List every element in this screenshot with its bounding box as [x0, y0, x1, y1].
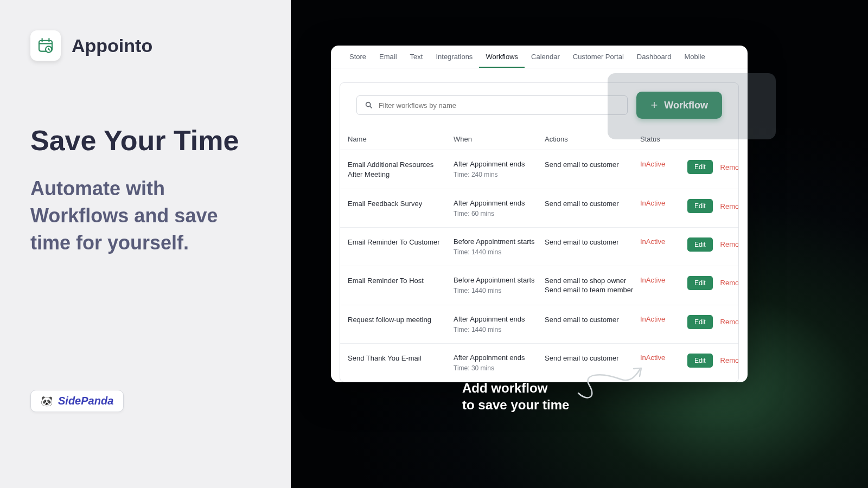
workflow-name: Email Additional Resources After Meeting	[348, 160, 454, 179]
logo-row: Appointo	[30, 30, 260, 61]
app-window: StoreEmailTextIntegrationsWorkflowsCalen…	[331, 46, 748, 382]
callout-text: Add workflow to save your time	[462, 380, 569, 413]
table-header-row: Name When Actions Status	[340, 129, 738, 150]
callout-line1: Add workflow	[462, 380, 569, 396]
workflow-actions: Send email to customer	[545, 160, 640, 170]
row-controls: EditRemove	[679, 354, 739, 368]
col-header-status: Status	[640, 135, 679, 143]
workflow-name: Email Reminder To Host	[348, 276, 454, 286]
status-badge: InActive	[640, 199, 679, 207]
hero-title: Save Your Time	[30, 126, 260, 156]
tab-email[interactable]: Email	[373, 46, 404, 68]
edit-button[interactable]: Edit	[687, 237, 713, 252]
marketing-panel: Appointo Save Your Time Automate with Wo…	[0, 0, 291, 488]
col-header-when: When	[454, 135, 545, 143]
svg-line-6	[370, 106, 372, 108]
workflow-actions: Send email to customer	[545, 315, 640, 325]
row-controls: EditRemove	[679, 160, 739, 174]
status-badge: InActive	[640, 237, 679, 246]
col-header-name: Name	[348, 135, 454, 143]
edit-button[interactable]: Edit	[687, 199, 713, 213]
tab-workflows[interactable]: Workflows	[479, 46, 525, 68]
row-controls: EditRemove	[679, 315, 739, 329]
search-icon	[365, 101, 373, 110]
status-badge: InActive	[640, 160, 679, 168]
search-input-wrapper[interactable]	[356, 95, 628, 115]
tab-bar: StoreEmailTextIntegrationsWorkflowsCalen…	[331, 46, 748, 68]
edit-button[interactable]: Edit	[687, 354, 713, 368]
callout-line2: to save your time	[462, 396, 569, 413]
status-badge: InActive	[640, 276, 679, 284]
tab-integrations[interactable]: Integrations	[429, 46, 479, 68]
status-badge: InActive	[640, 354, 679, 362]
row-controls: EditRemove	[679, 276, 739, 290]
tab-calendar[interactable]: Calendar	[525, 46, 566, 68]
search-input[interactable]	[379, 101, 620, 110]
workflow-name: Request follow-up meeting	[348, 315, 454, 325]
workflow-actions: Send email to customer	[545, 354, 640, 363]
workflow-name: Email Reminder To Customer	[348, 237, 454, 247]
workflow-when: After Appoinment endsTime: 60 mins	[454, 199, 545, 217]
col-header-actions: Actions	[545, 135, 640, 143]
table-row: Email Reminder To CustomerBefore Appoint…	[340, 228, 738, 266]
edit-button[interactable]: Edit	[687, 276, 713, 290]
tab-dashboard[interactable]: Dashboard	[630, 46, 678, 68]
workflows-frame: + Workflow Name When Actions Status Emai…	[340, 82, 739, 382]
tab-store[interactable]: Store	[343, 46, 373, 68]
remove-link[interactable]: Remove	[720, 202, 739, 210]
edit-button[interactable]: Edit	[687, 315, 713, 329]
brand-name: Appointo	[72, 35, 152, 56]
panda-icon: 🐼	[41, 395, 53, 407]
tab-text[interactable]: Text	[404, 46, 430, 68]
add-workflow-label: Workflow	[664, 100, 708, 111]
remove-link[interactable]: Remove	[720, 279, 739, 287]
workflow-when: After Appoinment endsTime: 1440 mins	[454, 315, 545, 333]
add-workflow-button[interactable]: + Workflow	[636, 92, 722, 119]
table-row: Email Feedback SurveyAfter Appoinment en…	[340, 189, 738, 228]
remove-link[interactable]: Remove	[720, 356, 739, 364]
workflow-actions: Send email to shop ownerSend email to te…	[545, 276, 640, 295]
workflow-name: Email Feedback Survey	[348, 199, 454, 209]
remove-link[interactable]: Remove	[720, 240, 739, 248]
remove-link[interactable]: Remove	[720, 318, 739, 326]
remove-link[interactable]: Remove	[720, 163, 739, 171]
workflow-name: Send Thank You E-mail	[348, 354, 454, 363]
workflow-when: After Appoinment endsTime: 240 mins	[454, 160, 545, 178]
workflow-when: After Appoinment endsTime: 30 mins	[454, 354, 545, 372]
appointo-logo-icon	[30, 30, 61, 61]
hero-subtitle: Automate with Workflows and save time fo…	[30, 175, 247, 257]
workflow-when: Before Appointment startsTime: 1440 mins	[454, 237, 545, 256]
vendor-badge: 🐼 SidePanda	[30, 390, 124, 412]
plus-icon: +	[650, 99, 658, 111]
table-row: Email Reminder To HostBefore Appointment…	[340, 266, 738, 305]
tab-mobile[interactable]: Mobile	[678, 46, 711, 68]
row-controls: EditRemove	[679, 199, 739, 213]
tab-customer-portal[interactable]: Customer Portal	[566, 46, 630, 68]
status-badge: InActive	[640, 315, 679, 323]
vendor-name: SidePanda	[58, 395, 113, 407]
workflow-actions: Send email to customer	[545, 237, 640, 247]
table-row: Request follow-up meetingAfter Appoinmen…	[340, 305, 738, 344]
callout-arrow-icon	[573, 363, 649, 407]
table-row: Send Thank You E-mailAfter Appoinment en…	[340, 344, 738, 382]
app-preview-panel: StoreEmailTextIntegrationsWorkflowsCalen…	[291, 0, 868, 488]
workflow-when: Before Appointment startsTime: 1440 mins	[454, 276, 545, 294]
svg-point-5	[366, 102, 371, 107]
workflow-actions: Send email to customer	[545, 199, 640, 209]
table-row: Email Additional Resources After Meeting…	[340, 150, 738, 189]
edit-button[interactable]: Edit	[687, 160, 713, 174]
row-controls: EditRemove	[679, 237, 739, 252]
